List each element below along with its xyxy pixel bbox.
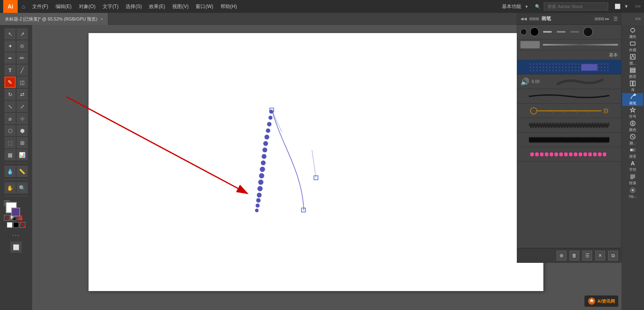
free-transform-tool[interactable]: ⊹ [17, 113, 28, 124]
brushes-panel-btn[interactable]: 画笔 [622, 93, 643, 106]
live-paint-tool[interactable]: ⬢ [17, 125, 28, 136]
document-tab[interactable]: 未标题-2 [已恢复]* @ 65.52% (RGB/GPU 预览) × [0, 13, 108, 25]
gradient-tool[interactable]: ▦ [4, 149, 16, 160]
menu-effect[interactable]: 效果(E) [146, 2, 168, 12]
menu-file[interactable]: 文件(F) [29, 2, 51, 12]
artboard-tool[interactable]: ⬜ [10, 241, 22, 253]
black-swatch[interactable] [13, 222, 19, 228]
home-icon[interactable]: ⌂ [22, 3, 25, 10]
search-input[interactable] [544, 2, 608, 10]
copy-panel-button[interactable]: ⧉ [608, 251, 618, 260]
magic-wand-tool[interactable]: ✦ [4, 40, 16, 52]
properties-panel-btn[interactable]: 属性 [622, 27, 643, 40]
panel-collapse-left[interactable]: ◀◀ [520, 17, 527, 21]
color-guide-panel-btn[interactable]: 颜... [622, 133, 643, 146]
library-panel-btn[interactable]: 库 [622, 80, 643, 93]
tab-close-button[interactable]: × [101, 17, 103, 21]
add-anchor-tool[interactable]: ✏ [17, 52, 28, 64]
panel-menu-button[interactable]: ☰ [582, 251, 592, 260]
tab-overflow-icon[interactable]: >> [635, 16, 641, 22]
none-swatch[interactable] [20, 222, 25, 228]
text-tool[interactable]: T [4, 64, 16, 76]
close-panel-button[interactable]: ✕ [595, 251, 605, 260]
layers-panel-btn[interactable]: 图层 [622, 67, 643, 79]
brushes-panel: ◀◀ ⊞⊞⊞ 画笔 ⊞⊞⊞ ▸▸ ☰ 基本 [517, 13, 621, 263]
panel-menu-icon[interactable]: ☰ [613, 16, 618, 22]
brush-preview-tapered[interactable] [543, 44, 618, 46]
menu-edit[interactable]: 编辑(E) [52, 2, 75, 12]
arrange-dropdown-icon[interactable]: ▼ [624, 4, 629, 9]
bar-chart-tool[interactable]: 📊 [17, 149, 28, 160]
reflect-tool[interactable]: ⇄ [17, 89, 28, 100]
menu-text[interactable]: 文字(T) [99, 2, 122, 12]
lasso-tool[interactable]: ⌾ [17, 40, 28, 52]
perspective-tool[interactable]: ⬚ [4, 137, 16, 148]
line-tool[interactable]: ╱ [17, 64, 28, 76]
brush-row-dense[interactable] [517, 133, 621, 147]
eraser-tool[interactable]: ◫ [17, 77, 28, 88]
mesh-tool[interactable]: ⊞ [17, 137, 28, 148]
library-label: 库 [631, 87, 635, 93]
pen-tool[interactable]: ✒ [4, 52, 16, 64]
menu-object[interactable]: 对象(O) [76, 2, 99, 12]
direct-selection-tool[interactable]: ↗ [17, 28, 28, 40]
opacity-panel-btn[interactable]: Op... [622, 186, 643, 199]
more-tools-indicator[interactable]: ··· [12, 232, 20, 239]
hand-tool[interactable]: ✋ [4, 182, 16, 193]
brush-preview-flat[interactable] [520, 41, 540, 48]
rotate-tool[interactable]: ↻ [4, 89, 16, 100]
scale-tool[interactable]: ⤡ [4, 101, 16, 112]
watermark-icon [588, 297, 596, 305]
brush-type-dash-thin[interactable] [543, 31, 552, 33]
appearance-panel-btn[interactable]: 外观 [622, 40, 643, 53]
workspace-dropdown-icon[interactable]: ▼ [524, 4, 528, 9]
selection-tool[interactable]: ↖ [4, 28, 16, 40]
brush-row-selected[interactable] [517, 60, 621, 75]
eyedropper-tool[interactable]: 💧 [4, 166, 16, 177]
main-layout: ↖ ↗ ✦ ⌾ ✒ ✏ T ╱ ✎ ◫ ↻ ⇄ ⤡ ⤢ ⌀ ⊹ [0, 25, 644, 310]
svg-point-4 [264, 135, 269, 139]
shear-tool[interactable]: ⤢ [17, 101, 28, 112]
svg-point-5 [263, 141, 268, 146]
brush-row-spiky[interactable] [517, 118, 621, 133]
brush-type-filled[interactable] [583, 27, 593, 37]
blob-brush-stroke [255, 110, 274, 212]
zoom-tool[interactable]: 🔍 [17, 182, 28, 193]
menu-select[interactable]: 选择(S) [122, 2, 145, 12]
brush-row-pink-dots[interactable] [517, 147, 621, 162]
brush-type-dash-thick[interactable] [570, 31, 579, 33]
brushes-section-basic: 基本 [517, 50, 621, 60]
character-panel-btn[interactable]: A 字符 [622, 160, 643, 173]
svg-rect-58 [630, 42, 635, 45]
brush-type-dot-small[interactable] [520, 29, 527, 35]
brush-row-ink[interactable] [517, 89, 621, 104]
new-brush-button[interactable]: ⊕ [557, 251, 566, 260]
arrange-windows-icon[interactable]: ⬜ [615, 4, 621, 9]
menu-window[interactable]: 窗口(W) [192, 2, 216, 12]
brush-preview-selected [520, 62, 618, 72]
measure-tool[interactable]: 📏 [17, 166, 28, 177]
delete-brush-button[interactable]: 🗑 [570, 251, 579, 260]
brush-type-dot-large[interactable] [530, 27, 539, 36]
gradient-panel-btn[interactable]: 渐变 [622, 146, 643, 159]
menu-view[interactable]: 视图(V) [169, 2, 192, 12]
color-panel-btn[interactable]: 颜色 [622, 120, 643, 133]
stroke-color[interactable] [11, 208, 20, 216]
no-color-icon[interactable] [4, 215, 10, 221]
warp-tool[interactable]: ⌀ [4, 113, 16, 124]
blob-brush-tool[interactable]: ✎ [4, 77, 16, 88]
image-trace-panel-btn[interactable]: 图... [622, 53, 643, 66]
shape-builder-tool[interactable]: ⬡ [4, 125, 16, 136]
expand-icon[interactable]: >> [635, 4, 641, 9]
svg-rect-69 [630, 149, 635, 151]
properties-label: 属性 [629, 34, 636, 40]
brush-type-dash-med[interactable] [557, 31, 566, 33]
brush-row-decorative[interactable] [517, 104, 621, 118]
svg-point-2 [267, 122, 272, 127]
workspace-selector[interactable]: 基本功能 [502, 3, 521, 10]
symbols-panel-btn[interactable]: 符号 [622, 106, 643, 119]
white-swatch[interactable] [7, 222, 12, 228]
paragraph-panel-btn[interactable]: 段落 [622, 173, 643, 186]
svg-point-24 [535, 152, 539, 156]
menu-help[interactable]: 帮助(H) [217, 2, 240, 12]
